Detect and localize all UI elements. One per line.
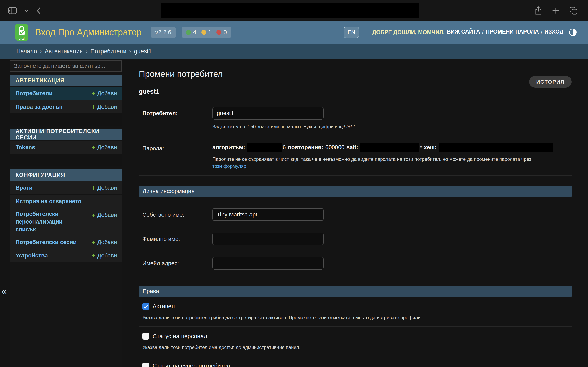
password-iterations: 600000 — [325, 144, 344, 150]
status-dot-green — [186, 30, 191, 35]
plus-icon: + — [91, 184, 95, 191]
redacted-algorithm — [247, 143, 282, 152]
back-icon[interactable] — [36, 7, 41, 14]
redacted-hash — [439, 143, 553, 152]
add-user-link[interactable]: + Добави — [91, 90, 117, 97]
superuser-label: Статут на супер-потребител — [153, 362, 230, 367]
sidebar-item-user-personalizations[interactable]: Потребителски персонализации - списък + … — [10, 208, 122, 235]
active-label: Активен — [153, 303, 175, 310]
first-name-input[interactable] — [212, 208, 324, 221]
plus-icon: + — [91, 252, 95, 259]
staff-label: Статус на персонал — [153, 333, 207, 340]
app-title[interactable]: Вход Про Администратор — [35, 27, 142, 37]
sidebar-collapse-icon[interactable]: « — [2, 286, 7, 296]
plus-icon: + — [91, 104, 95, 110]
sidebar-item-devices[interactable]: Устройства + Добави — [10, 249, 122, 262]
status-dot-red — [217, 30, 221, 35]
last-name-input[interactable] — [212, 233, 324, 245]
username-help: Задължително. 150 знака или по-малко. Бу… — [212, 123, 572, 130]
email-input[interactable] — [212, 257, 324, 269]
active-help: Указва дали този потребител трябва да се… — [139, 314, 572, 321]
sidebar-item-users[interactable]: Потребители + Добави — [10, 86, 122, 100]
password-help: Паролите не се съхраняват в чист вид, та… — [212, 156, 572, 170]
logo-text: onzi — [19, 37, 25, 40]
superuser-row: Статут на супер-потребител Указва, че то… — [139, 356, 572, 367]
sidebar-filter-input[interactable] — [10, 60, 122, 72]
section-personal-info: Лична информация — [139, 186, 572, 197]
sidebar-item-user-sessions[interactable]: Потребителски сесии + Добави — [10, 235, 122, 249]
sidebar-item-doors[interactable]: Врати + Добави — [10, 181, 122, 194]
plus-icon: + — [91, 90, 95, 97]
add-token-link[interactable]: + Добави — [91, 144, 117, 150]
add-personalization-link[interactable]: + Добави — [91, 212, 117, 218]
breadcrumb: Начало › Автентикация › Потребители › gu… — [0, 43, 588, 59]
status-dot-yellow — [201, 30, 206, 35]
section-permissions: Права — [139, 286, 572, 297]
chevron-down-icon[interactable] — [24, 9, 29, 12]
sidebar-item-open-history[interactable]: История на отварянето — [10, 194, 122, 208]
tab-overview-icon[interactable] — [570, 7, 577, 15]
redacted-address-bar[interactable] — [161, 3, 419, 18]
user-form: Потребител: Задължително. 150 знака или … — [139, 101, 572, 175]
first-name-row: Собствено име: — [139, 202, 572, 227]
password-hash-summary: алгоритъм: 6 повторения: 600000 salt: * … — [212, 143, 572, 152]
sidebar-section-configuration: КОНФИГУРАЦИЯ — [10, 169, 122, 181]
username-input[interactable] — [212, 107, 324, 119]
app-logo[interactable]: onzi — [15, 24, 28, 41]
email-label: Имейл адрес: — [139, 257, 212, 269]
plus-icon: + — [91, 239, 95, 245]
add-device-link[interactable]: + Добави — [91, 252, 117, 259]
app-header: onzi Вход Про Администратор v2.2.6 4 1 0… — [0, 21, 588, 43]
status-counts-badge: 4 1 0 — [182, 27, 231, 38]
staff-checkbox[interactable] — [142, 333, 149, 340]
logout-link[interactable]: ИЗХОД — [544, 29, 564, 36]
redacted-salt — [360, 143, 419, 152]
status-count-yellow: 1 — [208, 29, 212, 36]
sidebar-empty-area — [10, 262, 122, 367]
user-tools: ДОБРЕ ДОШЛИ, МОМЧИЛ. ВИЖ САЙТА / ПРОМЕНИ… — [372, 29, 577, 36]
status-count-red: 0 — [223, 29, 227, 36]
add-door-link[interactable]: + Добави — [91, 184, 117, 191]
object-name: guest1 — [139, 88, 572, 95]
breadcrumb-list[interactable]: Потребители — [90, 48, 126, 55]
staff-row: Статус на персонал Указва дали този потр… — [139, 326, 572, 356]
sidebar-nav: АВТЕНТИКАЦИЯ Потребители + Добави Права … — [10, 60, 122, 367]
sidebar-gap — [10, 154, 122, 166]
plus-icon: + — [91, 212, 95, 218]
email-row: Имейл адрес: — [139, 251, 572, 275]
superuser-checkbox[interactable] — [142, 362, 149, 367]
password-change-form-link[interactable]: този формуляр — [212, 163, 246, 169]
first-name-label: Собствено име: — [139, 208, 212, 221]
view-site-link[interactable]: ВИЖ САЙТА — [447, 29, 480, 36]
password-row: Парола: алгоритъм: 6 повторения: 600000 … — [139, 136, 572, 175]
sidebar-toggle-icon[interactable] — [8, 7, 17, 14]
add-permission-link[interactable]: + Добави — [91, 104, 117, 110]
sidebar-item-permissions[interactable]: Права за достъп + Добави — [10, 100, 122, 113]
sidebar-section-active-sessions: АКТИВНИ ПОТРЕБИТЕЛСКИ СЕСИИ — [10, 129, 122, 140]
username-label: Потребител: — [139, 107, 212, 130]
main-panel: Промени потребител ИСТОРИЯ guest1 Потреб… — [139, 59, 572, 367]
history-button[interactable]: ИСТОРИЯ — [529, 76, 572, 88]
welcome-text: ДОБРЕ ДОШЛИ, МОМЧИЛ. — [372, 29, 445, 35]
sidebar-gap — [10, 113, 122, 126]
last-name-row: Фамилно име: — [139, 227, 572, 251]
content-area: « АВТЕНТИКАЦИЯ Потребители + Добави Прав… — [0, 59, 588, 367]
breadcrumb-home[interactable]: Начало — [16, 48, 37, 55]
username-row: Потребител: Задължително. 150 знака или … — [139, 101, 572, 136]
sidebar-item-tokens[interactable]: Tokens + Добави — [10, 140, 122, 154]
active-checkbox[interactable] — [142, 303, 149, 310]
theme-toggle-icon[interactable] — [569, 29, 577, 36]
new-tab-icon[interactable] — [552, 7, 559, 14]
add-session-link[interactable]: + Добави — [91, 239, 117, 245]
staff-help: Указва дали този потребител има достъп д… — [139, 344, 572, 351]
status-count-green: 4 — [193, 29, 196, 36]
change-password-link[interactable]: ПРОМЕНИ ПАРОЛА — [486, 29, 539, 36]
page-title: Промени потребител — [139, 69, 572, 79]
breadcrumb-app[interactable]: Автентикация — [45, 48, 83, 55]
breadcrumb-current: guest1 — [134, 48, 152, 55]
version-badge: v2.2.6 — [151, 27, 176, 38]
last-name-label: Фамилно име: — [139, 233, 212, 245]
browser-toolbar — [0, 0, 588, 21]
language-switch[interactable]: EN — [344, 27, 359, 38]
share-icon[interactable] — [535, 6, 542, 15]
